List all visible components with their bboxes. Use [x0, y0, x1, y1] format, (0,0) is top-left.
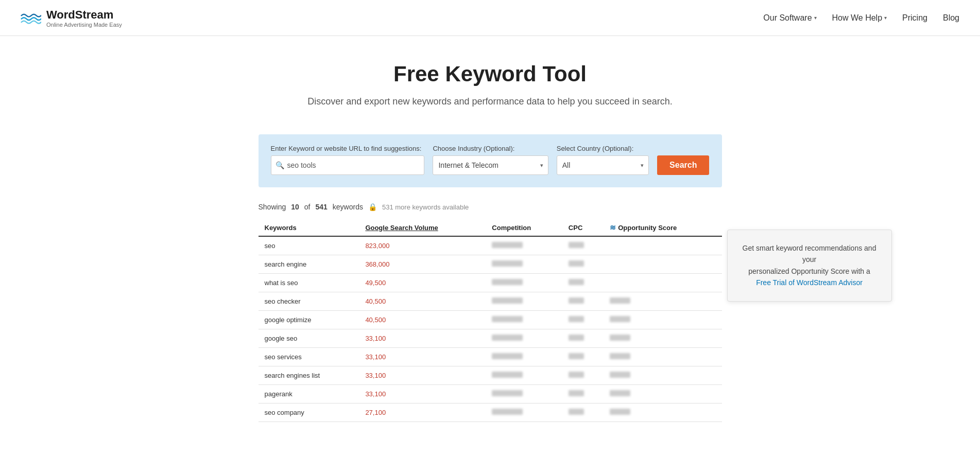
- keyword-cell: what is seo: [259, 274, 359, 292]
- keyword-cell: seo company: [259, 403, 359, 422]
- tooltip-line2: personalized Opportunity Score with a: [738, 266, 881, 277]
- nav-our-software[interactable]: Our Software ▾: [763, 13, 816, 23]
- cpc-cell: [562, 236, 604, 255]
- table-row: seo services33,100: [259, 348, 722, 366]
- keyword-input[interactable]: [287, 161, 420, 169]
- opportunity-cell: [604, 274, 721, 292]
- competition-cell: [486, 292, 562, 311]
- tooltip-line1: Get smart keyword recommendations and yo…: [738, 242, 881, 266]
- col-search-volume[interactable]: Google Search Volume: [359, 219, 486, 236]
- keyword-cell: google seo: [259, 329, 359, 348]
- nav-blog[interactable]: Blog: [943, 13, 959, 23]
- volume-cell: 823,000: [359, 236, 486, 255]
- competition-cell: [486, 236, 562, 255]
- nav-our-software-label: Our Software: [763, 13, 812, 23]
- opportunity-cell: [604, 311, 721, 329]
- keyword-field-group: Enter Keyword or website URL to find sug…: [271, 145, 425, 175]
- competition-cell: [486, 274, 562, 292]
- cpc-cell: [562, 255, 604, 274]
- header: WordStream Online Advertising Made Easy …: [0, 0, 980, 36]
- industry-select[interactable]: All Industries Internet & Telecom Financ…: [433, 155, 548, 175]
- logo-tagline: Online Advertising Made Easy: [46, 22, 122, 28]
- competition-cell: [486, 348, 562, 366]
- competition-cell: [486, 255, 562, 274]
- keyword-cell: seo: [259, 236, 359, 255]
- nav-our-software-chevron: ▾: [814, 15, 817, 21]
- volume-cell: 33,100: [359, 329, 486, 348]
- table-row: seo823,000: [259, 236, 722, 255]
- search-fields: Enter Keyword or website URL to find sug…: [271, 145, 710, 175]
- cpc-cell: [562, 385, 604, 403]
- table-row: pagerank33,100: [259, 385, 722, 403]
- total-count: 541: [315, 203, 327, 211]
- volume-cell: 27,100: [359, 403, 486, 422]
- main-nav: Our Software ▾ How We Help ▾ Pricing Blo…: [763, 13, 959, 23]
- keyword-cell: seo services: [259, 348, 359, 366]
- keyword-table: Keywords Google Search Volume Competitio…: [259, 219, 722, 422]
- opportunity-cell: [604, 329, 721, 348]
- table-row: google seo33,100: [259, 329, 722, 348]
- industry-label: Choose Industry (Optional):: [433, 145, 548, 152]
- industry-field-group: Choose Industry (Optional): All Industri…: [433, 145, 548, 175]
- country-select[interactable]: All United States United Kingdom Canada …: [557, 155, 649, 175]
- opportunity-cell: [604, 292, 721, 311]
- nav-how-we-help[interactable]: How We Help ▾: [832, 13, 887, 23]
- cpc-cell: [562, 348, 604, 366]
- competition-cell: [486, 403, 562, 422]
- volume-cell: 40,500: [359, 311, 486, 329]
- volume-cell: 33,100: [359, 348, 486, 366]
- nav-pricing-label: Pricing: [902, 13, 927, 23]
- volume-cell: 49,500: [359, 274, 486, 292]
- showing-label: Showing: [259, 203, 286, 211]
- logo-area: WordStream Online Advertising Made Easy: [21, 8, 122, 28]
- of-label: of: [304, 203, 311, 211]
- search-button[interactable]: Search: [657, 155, 709, 175]
- table-row: search engines list33,100: [259, 366, 722, 385]
- table-row: search engine368,000: [259, 255, 722, 274]
- search-section: Enter Keyword or website URL to find sug…: [259, 134, 722, 187]
- cpc-cell: [562, 311, 604, 329]
- cpc-cell: [562, 403, 604, 422]
- table-header-row: Keywords Google Search Volume Competitio…: [259, 219, 722, 236]
- keyword-cell: pagerank: [259, 385, 359, 403]
- nav-pricing[interactable]: Pricing: [902, 13, 927, 23]
- opportunity-score-tooltip: Get smart keyword recommendations and yo…: [727, 230, 892, 302]
- results-section: Showing 10 of 541 keywords 🔒 531 more ke…: [259, 198, 722, 443]
- competition-cell: [486, 366, 562, 385]
- country-label: Select Country (Optional):: [557, 145, 649, 152]
- keywords-label: keywords: [333, 203, 363, 211]
- results-summary: Showing 10 of 541 keywords 🔒 531 more ke…: [259, 203, 722, 211]
- country-select-wrap: All United States United Kingdom Canada …: [557, 155, 649, 175]
- table-wrapper: Keywords Google Search Volume Competitio…: [259, 219, 722, 422]
- free-trial-link[interactable]: Free Trial of WordStream Advisor: [756, 278, 863, 287]
- opportunity-cell: [604, 385, 721, 403]
- logo-wordstream: WordStream: [46, 8, 122, 22]
- cpc-cell: [562, 366, 604, 385]
- keyword-table-body: seo823,000search engine368,000what is se…: [259, 236, 722, 422]
- search-icon: 🔍: [276, 161, 284, 169]
- opportunity-cell: [604, 403, 721, 422]
- opportunity-cell: [604, 236, 721, 255]
- logo-waves-icon: [21, 11, 41, 25]
- opportunity-cell: [604, 348, 721, 366]
- volume-cell: 33,100: [359, 385, 486, 403]
- competition-cell: [486, 385, 562, 403]
- hero-subtitle: Discover and export new keywords and per…: [10, 95, 970, 109]
- keyword-label: Enter Keyword or website URL to find sug…: [271, 145, 425, 152]
- table-header: Keywords Google Search Volume Competitio…: [259, 219, 722, 236]
- hero-section: Free Keyword Tool Discover and export ne…: [0, 36, 980, 124]
- cpc-cell: [562, 292, 604, 311]
- page-title: Free Keyword Tool: [10, 62, 970, 86]
- competition-cell: [486, 329, 562, 348]
- nav-how-we-help-chevron: ▾: [884, 15, 887, 21]
- nav-how-we-help-label: How We Help: [832, 13, 883, 23]
- table-row: seo checker40,500: [259, 292, 722, 311]
- keyword-cell: search engine: [259, 255, 359, 274]
- ws-waves-small-icon: ≋: [610, 223, 616, 232]
- table-row: seo company27,100: [259, 403, 722, 422]
- col-competition: Competition: [486, 219, 562, 236]
- opportunity-cell: [604, 255, 721, 274]
- table-row: google optimize40,500: [259, 311, 722, 329]
- industry-select-wrap: All Industries Internet & Telecom Financ…: [433, 155, 548, 175]
- opportunity-cell: [604, 366, 721, 385]
